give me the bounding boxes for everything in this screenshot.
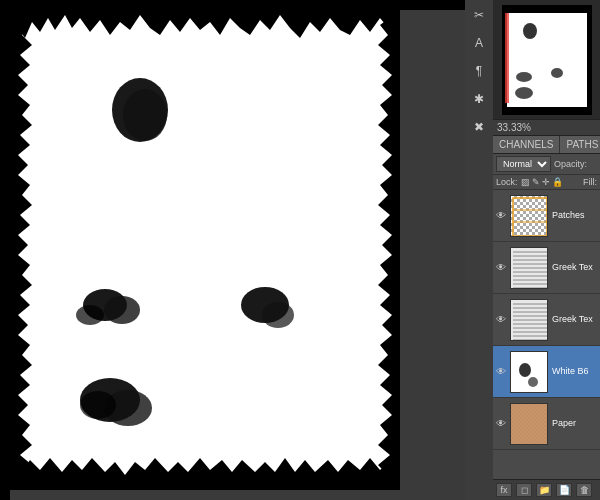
svg-point-43	[519, 363, 531, 377]
fill-label: Fill:	[583, 177, 597, 187]
lock-all-icon[interactable]: 🔒	[552, 177, 563, 187]
crop-tool-icon[interactable]: ✂	[469, 5, 489, 25]
layer-visibility-icon[interactable]: 👁	[496, 418, 510, 429]
svg-point-15	[551, 68, 563, 78]
document-thumbnail	[502, 5, 592, 115]
layer-name: White B6	[552, 366, 589, 377]
layer-thumbnail	[510, 299, 548, 341]
greek2-thumb-svg	[511, 300, 548, 341]
canvas-area	[0, 0, 465, 500]
lock-row: Lock: ▨ ✎ ✛ 🔒 Fill:	[493, 175, 600, 190]
layer-mask-icon[interactable]: ◻	[516, 483, 532, 497]
tab-paths[interactable]: PATHS	[560, 136, 600, 153]
svg-rect-11	[502, 5, 592, 115]
lock-icons: ▨ ✎ ✛ 🔒	[521, 177, 563, 187]
layer-item[interactable]: 👁	[493, 398, 600, 450]
svg-rect-0	[10, 10, 400, 490]
layer-item[interactable]: 👁	[493, 294, 600, 346]
patches-thumb-svg	[511, 196, 548, 237]
svg-point-10	[80, 391, 116, 419]
layer-style-icon[interactable]: fx	[496, 483, 512, 497]
layer-item[interactable]: 👁 Patches	[493, 190, 600, 242]
svg-point-4	[104, 296, 140, 324]
whiteb6-thumb-svg	[511, 352, 548, 393]
svg-rect-46	[511, 404, 548, 445]
svg-point-2	[123, 89, 167, 141]
opacity-label: Opacity:	[554, 159, 587, 169]
layers-list: 👁 Patches 👁	[493, 190, 600, 479]
zoom-display: 33.33%	[493, 120, 600, 136]
layer-item[interactable]: 👁 White B6	[493, 346, 600, 398]
new-layer-group-icon[interactable]: 📁	[536, 483, 552, 497]
move-tool-icon[interactable]: ✖	[469, 117, 489, 137]
layer-name: Greek Tex	[552, 314, 593, 325]
canvas-document	[10, 10, 400, 490]
canvas-svg	[10, 10, 400, 490]
brush-tool-icon[interactable]: ✱	[469, 89, 489, 109]
zoom-level: 33.33%	[497, 122, 531, 133]
svg-point-44	[528, 377, 538, 387]
new-layer-icon[interactable]: 📄	[556, 483, 572, 497]
lock-label: Lock:	[496, 177, 518, 187]
tabs-row: CHANNELS PATHS LAYERS	[493, 136, 600, 154]
right-container: ✂ A ¶ ✱ ✖	[465, 0, 600, 500]
layer-visibility-icon[interactable]: 👁	[496, 314, 510, 325]
layer-item[interactable]: 👁	[493, 242, 600, 294]
blend-mode-row: Normal Multiply Screen Opacity:	[493, 154, 600, 175]
lock-image-icon[interactable]: ✎	[532, 177, 540, 187]
toolbar-strip: ✂ A ¶ ✱ ✖	[465, 0, 493, 500]
lock-position-icon[interactable]: ✛	[542, 177, 550, 187]
greek1-thumb-svg	[511, 248, 548, 289]
svg-point-16	[515, 87, 533, 99]
paper-thumb-svg	[511, 404, 548, 445]
app-container: ✂ A ¶ ✱ ✖	[0, 0, 600, 500]
layer-name: Greek Tex	[552, 262, 593, 273]
layer-thumbnail	[510, 247, 548, 289]
svg-point-7	[262, 302, 294, 328]
delete-layer-icon[interactable]: 🗑	[576, 483, 592, 497]
layer-name: Patches	[552, 210, 585, 221]
thumbnail-svg	[502, 5, 592, 115]
layer-thumbnail	[510, 403, 548, 445]
layer-visibility-icon[interactable]: 👁	[496, 366, 510, 377]
layer-thumbnail	[510, 351, 548, 393]
layer-name: Paper	[552, 418, 576, 429]
svg-point-13	[523, 23, 537, 39]
svg-point-14	[516, 72, 532, 82]
tab-channels[interactable]: CHANNELS	[493, 136, 560, 153]
type-tool-icon[interactable]: A	[469, 33, 489, 53]
svg-point-5	[76, 305, 104, 325]
layer-visibility-icon[interactable]: 👁	[496, 210, 510, 221]
svg-rect-12	[505, 13, 509, 103]
canvas-border-top	[0, 0, 465, 10]
lock-transparent-icon[interactable]: ▨	[521, 177, 530, 187]
panel-container: 33.33% CHANNELS PATHS LAYERS Normal Mult…	[493, 0, 600, 500]
panel-footer: fx ◻ 📁 📄 🗑	[493, 479, 600, 500]
canvas-border-left	[0, 0, 10, 500]
thumbnail-area	[493, 0, 600, 120]
blend-mode-select[interactable]: Normal Multiply Screen	[496, 156, 551, 172]
layer-thumbnail	[510, 195, 548, 237]
svg-rect-17	[513, 198, 547, 236]
paragraph-tool-icon[interactable]: ¶	[469, 61, 489, 81]
layer-visibility-icon[interactable]: 👁	[496, 262, 510, 273]
